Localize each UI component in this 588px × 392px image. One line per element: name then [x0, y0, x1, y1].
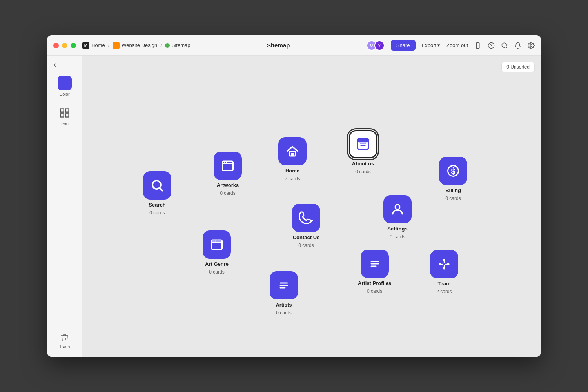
artist-profiles-node-cards: 0 cards	[367, 289, 382, 294]
collaborators: U V	[367, 40, 385, 51]
artworks-node-icon	[214, 152, 242, 180]
node-team[interactable]: Team 2 cards	[430, 250, 458, 294]
sidebar-item-color[interactable]: Color	[51, 73, 78, 100]
svg-rect-34	[439, 263, 441, 265]
share-button[interactable]: Share	[391, 40, 416, 51]
search-node-cards: 0 cards	[149, 210, 165, 216]
titlebar: M Home / Website Design / Sitemap Sitema…	[47, 35, 541, 56]
breadcrumb-sep-1: /	[108, 42, 110, 48]
art-genre-node-icon	[203, 230, 231, 259]
artist-profiles-node-label: Artist Profiles	[358, 280, 391, 286]
home-node-cards: 7 cards	[285, 176, 300, 181]
close-button[interactable]	[53, 43, 59, 48]
node-art-genre[interactable]: Art Genre 0 cards	[203, 230, 231, 275]
node-artworks[interactable]: Artworks 0 cards	[214, 152, 242, 196]
svg-rect-8	[65, 109, 69, 112]
color-swatch-icon	[58, 76, 72, 90]
main-layout: Color Icon Trash 0 Unsorted Search	[47, 56, 541, 357]
node-artists[interactable]: Artists 0 cards	[270, 271, 298, 316]
svg-rect-13	[223, 161, 233, 171]
search-icon[interactable]	[501, 42, 508, 49]
artist-profiles-node-icon	[361, 250, 389, 278]
svg-rect-36	[443, 267, 445, 270]
unsorted-badge: 0 Unsorted	[501, 62, 535, 72]
breadcrumb-sitemap[interactable]: Sitemap	[165, 42, 191, 48]
svg-rect-22	[360, 143, 366, 143]
search-node-icon	[143, 171, 171, 200]
node-about-us[interactable]: About us 0 cards	[349, 130, 377, 174]
billing-node-icon: $	[439, 157, 467, 185]
about-us-node-icon	[349, 130, 377, 158]
settings-icon[interactable]	[528, 42, 535, 49]
artists-node-icon	[270, 271, 298, 299]
sitemap-icon	[165, 43, 170, 48]
breadcrumb-home[interactable]: M Home	[82, 42, 105, 49]
node-artist-profiles[interactable]: Artist Profiles 0 cards	[358, 250, 391, 294]
artists-node-label: Artists	[276, 302, 292, 308]
svg-rect-21	[361, 145, 366, 146]
svg-rect-10	[65, 114, 69, 117]
svg-rect-18	[291, 153, 294, 156]
notifications-icon[interactable]	[514, 42, 521, 49]
icon-panel-icon	[58, 106, 72, 120]
node-home[interactable]: Home 7 cards	[278, 137, 307, 181]
export-button[interactable]: Export ▾	[422, 42, 441, 48]
artworks-node-label: Artworks	[217, 182, 239, 188]
contact-us-node-label: Contact Us	[293, 234, 320, 240]
node-settings[interactable]: Settings 0 cards	[383, 195, 412, 240]
node-contact-us[interactable]: Contact Us 0 cards	[292, 204, 320, 248]
sidebar-trash-label: Trash	[59, 344, 70, 349]
svg-rect-9	[60, 114, 64, 117]
contact-us-node-cards: 0 cards	[298, 243, 314, 248]
svg-rect-33	[443, 259, 445, 261]
titlebar-actions: U V Share Export ▾ Zoom out	[367, 40, 535, 51]
artworks-node-cards: 0 cards	[220, 191, 235, 196]
settings-node-cards: 0 cards	[390, 234, 405, 240]
node-search[interactable]: Search 0 cards	[143, 171, 171, 216]
sidebar: Color Icon Trash	[47, 56, 82, 357]
app-window: M Home / Website Design / Sitemap Sitema…	[47, 35, 541, 357]
svg-point-25	[395, 205, 400, 209]
mobile-icon[interactable]	[474, 42, 481, 49]
svg-rect-0	[476, 42, 479, 48]
breadcrumb-home-label: Home	[91, 42, 105, 48]
breadcrumb-sep-2: /	[160, 42, 162, 48]
sidebar-item-icon[interactable]: Icon	[51, 103, 78, 129]
sidebar-trash[interactable]: Trash	[56, 330, 73, 352]
team-node-icon	[430, 250, 458, 278]
about-us-node-label: About us	[352, 161, 374, 167]
help-icon[interactable]	[488, 42, 495, 49]
svg-point-15	[224, 162, 225, 163]
maximize-button[interactable]	[71, 43, 76, 48]
team-node-cards: 2 cards	[436, 289, 452, 294]
svg-rect-26	[212, 240, 222, 249]
breadcrumb-sitemap-label: Sitemap	[172, 42, 191, 48]
svg-point-6	[530, 44, 532, 46]
svg-point-4	[502, 43, 506, 47]
home-node-icon	[278, 137, 307, 165]
billing-node-cards: 0 cards	[445, 196, 461, 201]
billing-node-label: Billing	[445, 187, 461, 193]
sitemap-canvas[interactable]: 0 Unsorted Search 0 cards Artworks 0 car…	[82, 56, 541, 357]
node-billing[interactable]: $ Billing 0 cards	[439, 157, 467, 201]
art-genre-node-label: Art Genre	[205, 261, 229, 267]
svg-point-28	[213, 241, 214, 242]
home-app-icon: M	[82, 42, 89, 49]
breadcrumb: M Home / Website Design / Sitemap	[82, 42, 190, 49]
sidebar-back-button[interactable]	[47, 60, 82, 70]
home-node-label: Home	[285, 168, 299, 174]
window-controls	[53, 43, 76, 48]
minimize-button[interactable]	[62, 43, 67, 48]
sidebar-color-label: Color	[59, 92, 69, 96]
settings-node-icon	[383, 195, 412, 223]
svg-point-29	[215, 241, 216, 242]
breadcrumb-website-design[interactable]: Website Design	[113, 42, 157, 49]
svg-rect-7	[60, 109, 64, 112]
svg-line-12	[160, 188, 163, 191]
svg-point-16	[226, 162, 227, 163]
search-node-label: Search	[149, 202, 165, 208]
sidebar-icon-label: Icon	[60, 122, 69, 126]
svg-rect-20	[358, 139, 369, 143]
art-genre-node-cards: 0 cards	[209, 269, 224, 275]
zoom-out-button[interactable]: Zoom out	[446, 42, 468, 48]
